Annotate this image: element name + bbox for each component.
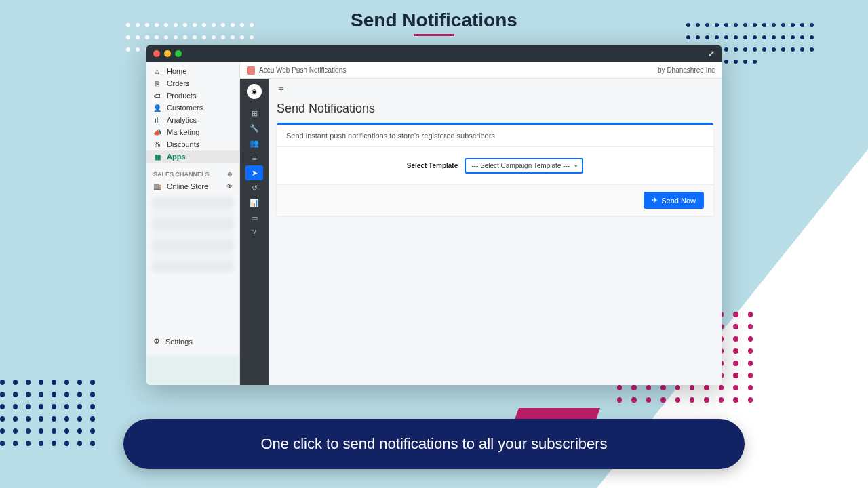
sales-channels-label: SALES CHANNELS	[153, 171, 210, 178]
shopify-sidebar: ⌂Home⎘Orders🏷Products👤CustomersılıAnalyt…	[146, 62, 240, 385]
card-icon[interactable]: ▭	[245, 210, 263, 225]
panel-title: Send Notifications	[277, 102, 713, 116]
chart-icon[interactable]: 📊	[245, 195, 263, 210]
sidebar-item-home[interactable]: ⌂Home	[146, 65, 239, 77]
help-icon[interactable]: ?	[245, 225, 263, 240]
expand-icon[interactable]: ⤢	[708, 49, 715, 58]
orders-icon: ⎘	[153, 80, 161, 87]
analytics-icon: ılı	[153, 117, 161, 124]
icon-sidebar: ◉ ⊞🔧👥≡➤↺📊▭?	[240, 79, 269, 385]
blurred-apps-list	[152, 197, 234, 272]
select-template-label: Select Template	[407, 162, 458, 169]
view-icon[interactable]: 👁	[226, 183, 233, 190]
sidebar-footer-blur	[146, 355, 239, 385]
grid-icon[interactable]: ⊞	[245, 106, 263, 121]
send-icon[interactable]: ➤	[245, 165, 263, 180]
app-header: Accu Web Push Notifications by Dhanashre…	[240, 62, 722, 79]
send-now-button[interactable]: ✈ Send Now	[644, 192, 704, 209]
sidebar-item-customers[interactable]: 👤Customers	[146, 102, 239, 114]
discounts-icon: %	[153, 141, 161, 148]
gear-icon: ⚙	[153, 337, 160, 346]
sidebar-item-settings[interactable]: ⚙ Settings	[146, 333, 239, 350]
select-template-dropdown[interactable]: --- Select Campaign Template ---	[465, 158, 583, 174]
app-window: ⤢ ⌂Home⎘Orders🏷Products👤CustomersılıAnal…	[146, 45, 722, 385]
decorative-dots-bl: for(let r=0;r<6;r++){document.write('<di…	[0, 380, 95, 447]
wrench-icon[interactable]: 🔧	[245, 121, 263, 136]
apps-icon: ▦	[153, 153, 161, 161]
app-round-logo: ◉	[247, 84, 262, 99]
app-vendor: by Dhanashree Inc	[658, 66, 715, 74]
close-icon[interactable]	[153, 50, 160, 57]
sidebar-item-discounts[interactable]: %Discounts	[146, 138, 239, 150]
marketing-icon: 📣	[153, 129, 161, 136]
window-titlebar: ⤢	[146, 45, 722, 62]
app-logo-icon	[247, 66, 255, 75]
card-info-text: Send instant push notifications to store…	[277, 125, 713, 147]
sidebar-item-apps[interactable]: ▦Apps	[146, 150, 239, 163]
home-icon: ⌂	[153, 68, 161, 75]
store-icon: 🏬	[153, 183, 161, 190]
app-area: Accu Web Push Notifications by Dhanashre…	[240, 62, 722, 385]
app-name: Accu Web Push Notifications	[259, 66, 346, 74]
sidebar-item-products[interactable]: 🏷Products	[146, 89, 239, 102]
hamburger-icon[interactable]: ≡	[277, 79, 713, 100]
add-channel-icon[interactable]: ⊕	[227, 171, 233, 178]
maximize-icon[interactable]	[175, 50, 182, 57]
products-icon: 🏷	[153, 92, 161, 100]
customers-icon: 👤	[153, 104, 161, 112]
sidebar-item-online-store[interactable]: 🏬 Online Store 👁	[146, 180, 239, 192]
history-icon[interactable]: ↺	[245, 180, 263, 195]
sidebar-item-marketing[interactable]: 📣Marketing	[146, 126, 239, 138]
notification-card: Send instant push notifications to store…	[277, 123, 713, 216]
bottom-banner: One click to send notifications to all y…	[123, 419, 745, 469]
sidebar-item-orders[interactable]: ⎘Orders	[146, 77, 239, 89]
users-icon[interactable]: 👥	[245, 136, 263, 150]
page-title: Send Notifications	[0, 9, 868, 36]
minimize-icon[interactable]	[164, 50, 171, 57]
paper-plane-icon: ✈	[652, 196, 658, 205]
sidebar-item-analytics[interactable]: ılıAnalytics	[146, 114, 239, 126]
main-panel: ≡ Send Notifications Send instant push n…	[269, 79, 722, 385]
list-icon[interactable]: ≡	[245, 150, 263, 165]
